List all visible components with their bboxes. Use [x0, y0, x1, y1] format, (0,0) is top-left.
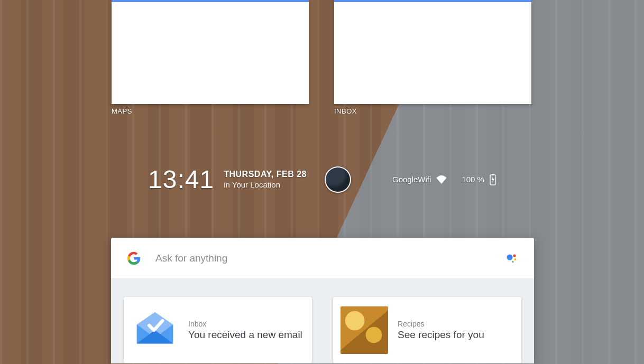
widget-maps-label: MAPS [112, 107, 309, 115]
status-battery[interactable]: 100 % [462, 174, 496, 185]
svg-point-2 [507, 254, 513, 260]
feed-inbox-headline: You received a new email [188, 329, 302, 341]
assistant-icon[interactable] [505, 252, 518, 265]
clock-location-name: Your Location [232, 180, 280, 189]
clock-location: in Your Location [224, 180, 307, 190]
feed-card-recipes[interactable]: Recipes See recipes for you [333, 297, 521, 363]
avatar[interactable] [325, 166, 351, 193]
search-bar[interactable] [111, 238, 534, 279]
widget-inbox[interactable]: INBOX [334, 0, 531, 115]
feed-card-inbox[interactable]: Inbox You received a new email [124, 297, 312, 363]
widget-maps-card[interactable] [112, 0, 309, 104]
svg-point-3 [513, 254, 516, 257]
widget-maps[interactable]: MAPS [112, 0, 309, 115]
feed-recipes-kicker: Recipes [398, 320, 484, 328]
wifi-icon [436, 175, 447, 184]
svg-rect-1 [492, 174, 494, 175]
wifi-name: GoogleWifi [392, 175, 431, 184]
clock-time: 13:41 [148, 165, 214, 194]
clock-date: THURSDAY, FEB 28 [224, 169, 307, 180]
widget-inbox-card[interactable] [334, 0, 531, 104]
recipes-thumb [341, 306, 388, 354]
svg-point-5 [512, 261, 514, 263]
google-logo-icon [127, 251, 141, 265]
clock-block: 13:41 THURSDAY, FEB 28 in Your Location [148, 165, 307, 194]
status-wifi[interactable]: GoogleWifi [392, 175, 447, 184]
inbox-icon [131, 306, 179, 354]
clock-location-prefix: in [224, 180, 232, 189]
info-row: 13:41 THURSDAY, FEB 28 in Your Location … [0, 165, 644, 194]
feed-inbox-kicker: Inbox [188, 320, 302, 328]
search-input[interactable] [155, 253, 491, 264]
widget-inbox-label: INBOX [334, 107, 531, 115]
battery-percent: 100 % [462, 175, 484, 184]
svg-point-4 [514, 258, 517, 260]
status-block: GoogleWifi 100 % [392, 174, 496, 185]
battery-charging-icon [490, 174, 496, 185]
feed-recipes-headline: See recipes for you [398, 329, 484, 341]
assistant-panel: Inbox You received a new email Recipes S… [111, 238, 534, 363]
